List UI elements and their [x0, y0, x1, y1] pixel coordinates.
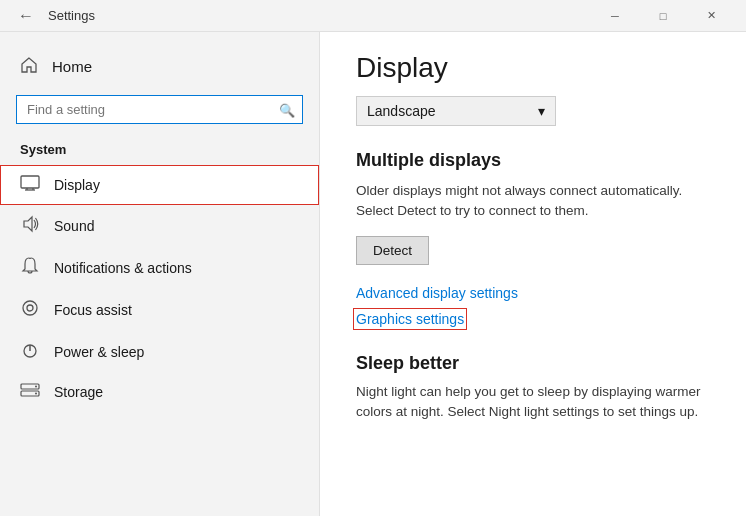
home-icon: [20, 56, 38, 77]
storage-label: Storage: [54, 384, 103, 400]
svg-point-5: [23, 301, 37, 315]
close-button[interactable]: ✕: [688, 0, 734, 32]
display-label: Display: [54, 177, 100, 193]
multiple-displays-title: Multiple displays: [356, 150, 710, 171]
orientation-dropdown[interactable]: Landscape ▾: [356, 96, 556, 126]
sidebar-item-storage[interactable]: Storage: [0, 373, 319, 411]
svg-point-6: [27, 305, 33, 311]
sound-label: Sound: [54, 218, 94, 234]
search-container: 🔍: [16, 95, 303, 124]
back-button[interactable]: ←: [12, 2, 40, 30]
storage-icon: [20, 383, 40, 401]
chevron-down-icon: ▾: [538, 103, 545, 119]
window-controls: ─ □ ✕: [592, 0, 734, 32]
minimize-button[interactable]: ─: [592, 0, 638, 32]
sidebar-item-focus[interactable]: Focus assist: [0, 289, 319, 331]
multiple-displays-desc: Older displays might not always connect …: [356, 181, 710, 222]
app-title: Settings: [48, 8, 95, 23]
focus-label: Focus assist: [54, 302, 132, 318]
display-icon: [20, 175, 40, 195]
search-icon: 🔍: [279, 102, 295, 117]
app-body: Home 🔍 System Display: [0, 32, 746, 516]
sidebar-item-power[interactable]: Power & sleep: [0, 331, 319, 373]
focus-icon: [20, 299, 40, 321]
sidebar: Home 🔍 System Display: [0, 32, 320, 516]
svg-point-12: [35, 393, 37, 395]
svg-marker-4: [24, 217, 32, 231]
sleep-better-title: Sleep better: [356, 353, 710, 374]
power-icon: [20, 341, 40, 363]
content-area: Display Landscape ▾ Multiple displays Ol…: [320, 32, 746, 516]
titlebar: ← Settings ─ □ ✕: [0, 0, 746, 32]
advanced-display-link[interactable]: Advanced display settings: [356, 285, 710, 301]
notifications-icon: [20, 257, 40, 279]
detect-button[interactable]: Detect: [356, 236, 429, 265]
search-input[interactable]: [16, 95, 303, 124]
section-title: System: [0, 138, 319, 165]
sidebar-item-notifications[interactable]: Notifications & actions: [0, 247, 319, 289]
sleep-better-desc: Night light can help you get to sleep by…: [356, 382, 710, 423]
sound-icon: [20, 215, 40, 237]
sidebar-item-sound[interactable]: Sound: [0, 205, 319, 247]
svg-rect-0: [21, 176, 39, 188]
graphics-settings-link[interactable]: Graphics settings: [356, 311, 464, 327]
notifications-label: Notifications & actions: [54, 260, 192, 276]
maximize-button[interactable]: □: [640, 0, 686, 32]
page-title: Display: [356, 52, 710, 84]
sidebar-item-display[interactable]: Display: [0, 165, 319, 205]
orientation-value: Landscape: [367, 103, 436, 119]
home-label: Home: [52, 58, 92, 75]
sidebar-item-home[interactable]: Home: [0, 48, 319, 85]
svg-point-11: [35, 386, 37, 388]
power-label: Power & sleep: [54, 344, 144, 360]
